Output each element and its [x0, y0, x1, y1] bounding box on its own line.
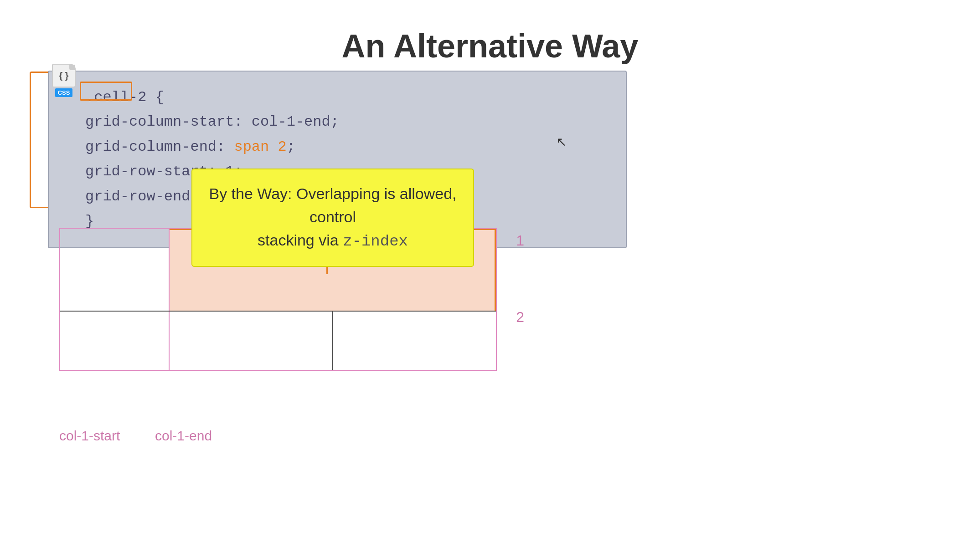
code-line-selector: .cell-2 { [85, 85, 608, 110]
css-icon-body: { } [52, 64, 76, 87]
col-1-end-label: col-1-end [155, 428, 212, 444]
tooltip-text: By the Way: Overlapping is allowed, cont… [209, 182, 457, 253]
code-val1: col-1-end; [243, 113, 339, 130]
code-val2-semi: ; [287, 138, 295, 155]
code-brace-open: { [146, 89, 164, 106]
page-title: An Alternative Way [0, 27, 980, 65]
css-file-icon: { } CSS [50, 64, 77, 97]
grid-row2-cell2 [170, 312, 333, 370]
code-selector: .cell-2 [85, 89, 146, 106]
grid-row2-cell1 [60, 312, 170, 370]
grid-cell-1-empty [60, 229, 170, 311]
code-val2-orange: span 2 [225, 138, 286, 155]
tooltip-line2-prefix: stacking via [258, 231, 343, 249]
tooltip-box: By the Way: Overlapping is allowed, cont… [191, 169, 474, 267]
grid-row2 [60, 311, 496, 370]
code-prop1: grid-column-start: [85, 113, 243, 130]
css-icon-corner [69, 65, 75, 70]
row-number-1: 1 [516, 232, 524, 249]
tooltip-line1: By the Way: Overlapping is allowed, cont… [209, 185, 457, 225]
orange-bracket [30, 72, 48, 208]
col-1-start-label: col-1-start [59, 428, 120, 444]
row-number-2: 2 [516, 309, 524, 326]
css-label: CSS [55, 88, 73, 97]
code-prop2: grid-column-end: [85, 138, 225, 155]
code-brace-close: } [85, 213, 94, 230]
col-label-start: col-1-start [59, 428, 120, 443]
code-prop4: grid-row-end: [85, 188, 199, 205]
grid-row2-cell3 [333, 312, 496, 370]
tooltip-code: z-index [343, 233, 408, 250]
code-line2: grid-column-end: span 2; [85, 135, 608, 159]
col-label-end: col-1-end [155, 428, 212, 443]
code-line1: grid-column-start: col-1-end; [85, 110, 608, 134]
css-braces-text: { } [59, 71, 68, 81]
